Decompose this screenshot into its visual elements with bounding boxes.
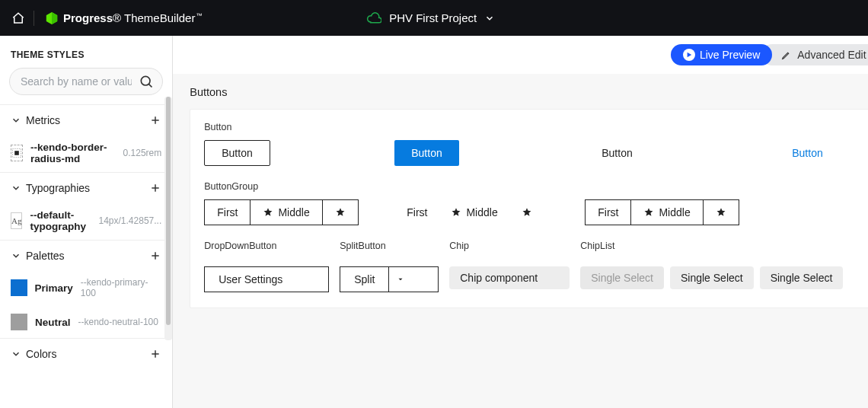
button-group-last[interactable]	[322, 199, 359, 225]
button-flat-default[interactable]: Button	[585, 140, 649, 166]
button-group-first[interactable]: First	[585, 199, 631, 225]
home-icon[interactable]	[11, 11, 26, 26]
button-group-flat: First Middle	[394, 199, 544, 225]
row-label-chip: Chip	[449, 241, 570, 251]
button-solid-default[interactable]: Button	[204, 140, 270, 166]
color-swatch-icon	[11, 314, 27, 330]
chiplist-item[interactable]: Single Select	[760, 266, 844, 289]
chevron-down-icon	[11, 250, 21, 261]
search-input-wrapper	[9, 68, 163, 95]
star-icon	[716, 207, 726, 218]
palette-item-neutral[interactable]: Neutral --kendo-neutral-100	[0, 306, 172, 338]
button-group-middle[interactable]: Middle	[630, 199, 703, 225]
live-preview-button[interactable]: Live Preview	[671, 44, 772, 65]
split-button: Split	[340, 266, 439, 292]
chevron-down-icon	[484, 13, 495, 24]
svg-point-0	[142, 76, 151, 85]
button-flat-primary[interactable]: Button	[775, 140, 839, 166]
brand-logo: Progress® ThemeBuilder™	[45, 11, 202, 25]
progress-mark-icon	[45, 11, 59, 25]
button-group-solid: First Middle	[204, 199, 358, 225]
cloud-icon	[366, 11, 381, 26]
chevron-down-icon	[11, 115, 21, 126]
split-button-main[interactable]: Split	[340, 267, 388, 292]
project-name: PHV First Project	[389, 11, 477, 24]
typography-item[interactable]: Ag --default-typography 14px/1.42857...	[0, 202, 172, 240]
metric-item[interactable]: --kendo-border-radius-md 0.125rem	[0, 134, 172, 172]
chevron-down-icon	[11, 183, 21, 193]
star-icon	[643, 207, 654, 218]
star-icon	[451, 207, 461, 218]
button-group-last[interactable]	[509, 199, 544, 225]
row-label-button: Button	[204, 122, 868, 132]
chiplist-item[interactable]: Single Select	[580, 266, 664, 289]
split-button-arrow[interactable]	[388, 267, 411, 292]
play-icon	[683, 49, 695, 61]
palette-item-primary[interactable]: Primary --kendo-primary-100	[0, 269, 172, 306]
row-label-chiplist: ChipList	[580, 241, 868, 251]
button-group-outline: First Middle	[585, 199, 739, 225]
section-title: Buttons	[190, 86, 868, 98]
chevron-down-icon	[11, 349, 21, 359]
add-typography-button[interactable]	[149, 182, 161, 194]
svg-rect-1	[14, 151, 19, 155]
row-label-split: SplitButton	[340, 241, 439, 251]
section-palettes[interactable]: Palettes	[0, 241, 172, 269]
add-metric-button[interactable]	[149, 114, 161, 126]
sidebar-title: THEME STYLES	[0, 36, 172, 68]
button-group-first[interactable]: First	[394, 199, 439, 225]
button-group-middle[interactable]: Middle	[439, 199, 509, 225]
star-icon	[335, 207, 346, 218]
add-color-button[interactable]	[149, 348, 161, 360]
section-metrics[interactable]: Metrics	[0, 105, 172, 134]
pencil-icon	[781, 50, 791, 60]
border-radius-icon	[11, 145, 23, 161]
search-icon	[139, 74, 154, 89]
divider	[34, 11, 34, 26]
star-icon	[522, 207, 532, 218]
sidebar-scrollbar[interactable]	[164, 97, 172, 340]
row-label-dropdown: DropDownButton	[204, 241, 329, 251]
typography-icon: Ag	[11, 212, 22, 229]
chip[interactable]: Chip component	[449, 266, 570, 289]
color-swatch-icon	[11, 279, 27, 296]
advanced-edit-button[interactable]: Advanced Edit	[761, 44, 868, 65]
button-group-first[interactable]: First	[204, 199, 251, 225]
chiplist-item[interactable]: Single Select	[670, 266, 754, 289]
section-colors[interactable]: Colors	[0, 339, 172, 368]
button-group-last[interactable]	[703, 199, 739, 225]
row-label-buttongroup: ButtonGroup	[204, 181, 868, 192]
star-icon	[263, 207, 273, 218]
button-solid-primary[interactable]: Button	[394, 140, 458, 166]
caret-down-icon	[397, 276, 404, 283]
section-typographies[interactable]: Typographies	[0, 173, 172, 202]
project-switcher[interactable]: PHV First Project	[202, 11, 659, 26]
dropdown-button[interactable]: User Settings	[204, 266, 329, 292]
button-group-middle[interactable]: Middle	[250, 199, 322, 225]
add-palette-button[interactable]	[149, 250, 161, 262]
